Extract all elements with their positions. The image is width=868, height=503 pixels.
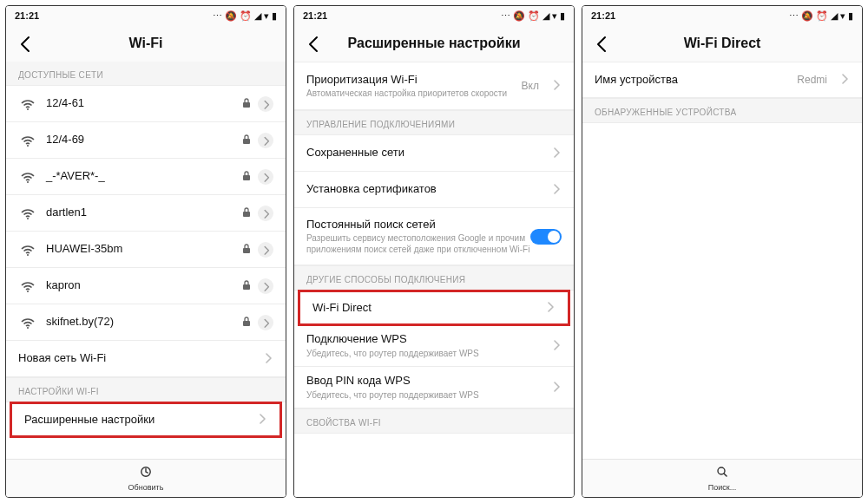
details-button[interactable] bbox=[258, 242, 273, 258]
page-title: Wi-Fi bbox=[37, 36, 254, 51]
status-time: 21:21 bbox=[15, 10, 39, 21]
wifi-network-row[interactable]: kapron bbox=[6, 268, 286, 304]
network-ssid: kapron bbox=[46, 278, 240, 293]
back-button[interactable] bbox=[589, 34, 614, 53]
chevron-right-icon bbox=[255, 412, 267, 428]
wifi-icon bbox=[18, 169, 37, 185]
chevron-right-icon bbox=[543, 300, 556, 316]
lock-icon bbox=[240, 206, 253, 221]
device-name-value: Redmi bbox=[797, 74, 827, 86]
wifi-icon bbox=[18, 133, 37, 148]
wps-connect-row[interactable]: Подключение WPS Убедитесь, что роутер по… bbox=[294, 325, 574, 367]
details-button[interactable] bbox=[258, 169, 273, 185]
network-ssid: HUAWEI-35bm bbox=[46, 242, 240, 257]
network-ssid: 12/4-69 bbox=[46, 133, 240, 147]
wifi-status-icon: ▾ bbox=[264, 10, 269, 22]
content-scroll[interactable]: ДОСТУПНЫЕ СЕТИ 12/4-61 12/4-69 _-*AVER*-… bbox=[6, 62, 286, 459]
network-ssid: 12/4-61 bbox=[46, 96, 240, 111]
more-dots-icon: ⋯ bbox=[789, 10, 799, 22]
wps-pin-row[interactable]: Ввод PIN кода WPS Убедитесь, что роутер … bbox=[294, 367, 574, 408]
section-connection-mgmt: УПРАВЛЕНИЕ ПОДКЛЮЧЕНИЯМИ bbox=[294, 110, 574, 135]
content-scroll[interactable]: Приоритизация Wi-Fi Автоматическая настр… bbox=[294, 62, 574, 497]
app-bar: Wi-Fi Direct bbox=[582, 25, 862, 62]
back-icon bbox=[304, 34, 323, 53]
network-ssid: dartlen1 bbox=[46, 206, 240, 220]
always-scan-row[interactable]: Постоянный поиск сетей Разрешить сервису… bbox=[294, 208, 574, 265]
lock-icon bbox=[240, 242, 253, 258]
wifi-icon bbox=[18, 278, 37, 294]
lock-icon bbox=[240, 315, 253, 330]
page-title: Расширенные настройки bbox=[326, 36, 542, 51]
back-button[interactable] bbox=[13, 34, 37, 53]
wifi-network-row[interactable]: 12/4-69 bbox=[6, 122, 286, 159]
details-button[interactable] bbox=[258, 278, 273, 294]
wifi-icon bbox=[18, 206, 37, 221]
chevron-right-icon bbox=[261, 351, 273, 367]
new-network-row[interactable]: Новая сеть Wi-Fi bbox=[6, 341, 286, 377]
more-dots-icon: ⋯ bbox=[501, 10, 510, 22]
app-bar: Wi-Fi bbox=[6, 25, 286, 62]
wifi-icon bbox=[18, 242, 37, 258]
wifi-network-row[interactable]: 12/4-61 bbox=[6, 86, 286, 122]
back-icon bbox=[592, 34, 611, 53]
status-indicators: ⋯ 🔕 ⏰ ◢ ▾ ▮ bbox=[789, 10, 853, 22]
wps-connect-subtitle: Убедитесь, что роутер поддерживает WPS bbox=[306, 348, 549, 359]
priority-title: Приоритизация Wi-Fi bbox=[306, 73, 522, 88]
lock-icon bbox=[240, 278, 253, 294]
priority-row[interactable]: Приоритизация Wi-Fi Автоматическая настр… bbox=[294, 62, 574, 110]
always-scan-subtitle: Разрешить сервису местоположения Google … bbox=[306, 232, 530, 255]
wifi-icon bbox=[18, 96, 37, 112]
wifi-direct-row[interactable]: Wi-Fi Direct bbox=[298, 290, 570, 326]
wifi-network-row[interactable]: _-*AVER*-_ bbox=[6, 159, 286, 195]
alarm-icon: ⏰ bbox=[816, 10, 828, 22]
wifi-network-row[interactable]: skifnet.by(72) bbox=[6, 304, 286, 341]
details-button[interactable] bbox=[258, 96, 273, 112]
lock-icon bbox=[240, 133, 253, 148]
wps-connect-title: Подключение WPS bbox=[306, 332, 549, 347]
battery-icon: ▮ bbox=[272, 10, 277, 22]
section-discovered-devices: ОБНАРУЖЕННЫЕ УСТРОЙСТВА bbox=[582, 98, 862, 123]
network-ssid: _-*AVER*-_ bbox=[46, 169, 240, 184]
install-certs-label: Установка сертификатов bbox=[306, 182, 549, 197]
search-label: Поиск... bbox=[708, 483, 736, 492]
mute-icon: 🔕 bbox=[225, 10, 237, 22]
lock-icon bbox=[240, 169, 253, 185]
status-time: 21:21 bbox=[591, 10, 615, 21]
alarm-icon: ⏰ bbox=[528, 10, 540, 22]
wifi-network-row[interactable]: HUAWEI-35bm bbox=[6, 232, 286, 268]
app-bar: Расширенные настройки bbox=[294, 25, 574, 62]
section-other-connect: ДРУГИЕ СПОСОБЫ ПОДКЛЮЧЕНИЯ bbox=[294, 265, 574, 291]
device-name-row[interactable]: Имя устройства Redmi bbox=[582, 62, 862, 98]
search-button[interactable]: Поиск... bbox=[582, 459, 862, 497]
wifi-direct-label: Wi-Fi Direct bbox=[312, 301, 543, 316]
wifi-status-icon: ▾ bbox=[840, 10, 845, 22]
always-scan-toggle[interactable] bbox=[530, 229, 562, 245]
wifi-status-icon: ▾ bbox=[552, 10, 557, 22]
install-certs-row[interactable]: Установка сертификатов bbox=[294, 172, 574, 208]
advanced-settings-row[interactable]: Расширенные настройки bbox=[10, 402, 282, 438]
mute-icon: 🔕 bbox=[801, 10, 813, 22]
saved-networks-label: Сохраненные сети bbox=[306, 146, 549, 160]
status-indicators: ⋯ 🔕 ⏰ ◢ ▾ ▮ bbox=[213, 10, 277, 22]
section-wifi-settings: НАСТРОЙКИ WI-FI bbox=[6, 377, 286, 402]
status-indicators: ⋯ 🔕 ⏰ ◢ ▾ ▮ bbox=[501, 10, 565, 22]
device-name-label: Имя устройства bbox=[595, 73, 797, 88]
screen-advanced-settings: 21:21 ⋯ 🔕 ⏰ ◢ ▾ ▮ Расширенные настройки … bbox=[293, 5, 575, 498]
refresh-button[interactable]: Обновить bbox=[6, 459, 286, 497]
details-button[interactable] bbox=[258, 206, 273, 221]
chevron-right-icon bbox=[549, 146, 562, 161]
refresh-icon bbox=[139, 465, 153, 482]
lock-icon bbox=[240, 96, 253, 112]
details-button[interactable] bbox=[258, 133, 273, 148]
wifi-network-row[interactable]: dartlen1 bbox=[6, 195, 286, 232]
status-time: 21:21 bbox=[303, 10, 327, 21]
always-scan-title: Постоянный поиск сетей bbox=[306, 218, 530, 232]
status-bar: 21:21 ⋯ 🔕 ⏰ ◢ ▾ ▮ bbox=[6, 6, 286, 25]
back-button[interactable] bbox=[301, 34, 326, 53]
screen-wifi-list: 21:21 ⋯ 🔕 ⏰ ◢ ▾ ▮ Wi-Fi ДОСТУПНЫЕ СЕТИ 1… bbox=[5, 5, 286, 498]
priority-value: Вкл bbox=[522, 80, 539, 92]
new-network-label: Новая сеть Wi-Fi bbox=[18, 351, 261, 366]
content-scroll[interactable]: Имя устройства Redmi ОБНАРУЖЕННЫЕ УСТРОЙ… bbox=[582, 62, 862, 459]
saved-networks-row[interactable]: Сохраненные сети bbox=[294, 135, 574, 172]
details-button[interactable] bbox=[258, 315, 273, 330]
